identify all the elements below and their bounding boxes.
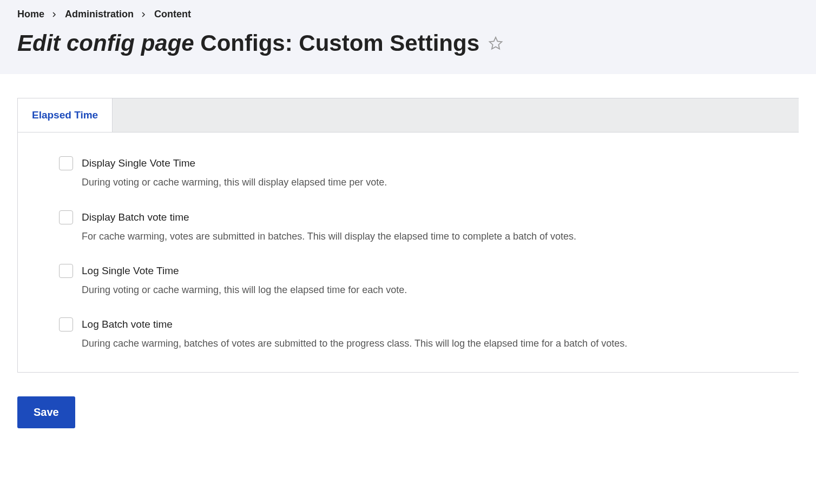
checkbox-label[interactable]: Display Batch vote time [82,211,189,223]
form-item-log-single-vote-time: Log Single Vote Time During voting or ca… [59,264,758,297]
field-description: During voting or cache warming, this wil… [82,176,758,189]
checkbox-label[interactable]: Log Batch vote time [82,319,173,330]
breadcrumb-link-content[interactable]: Content [154,9,191,20]
tab-content: Display Single Vote Time During voting o… [18,132,799,372]
tabs-header: Elapsed Time [18,98,799,132]
save-button[interactable]: Save [17,396,75,428]
checkbox-log-batch-vote-time[interactable] [59,317,73,331]
checkbox-label[interactable]: Display Single Vote Time [82,157,195,169]
checkbox-log-single-vote-time[interactable] [59,264,73,278]
tabs-wrapper: Elapsed Time Display Single Vote Time Du… [17,98,799,373]
star-icon[interactable] [488,30,503,57]
page-title-prefix: Edit config page [17,30,194,56]
checkbox-display-batch-vote-time[interactable] [59,210,73,224]
page-title: Edit config page Configs: Custom Setting… [17,30,799,57]
form-item-log-batch-vote-time: Log Batch vote time During cache warming… [59,317,758,350]
chevron-right-icon [52,10,57,19]
form-actions: Save [17,396,799,428]
breadcrumb-link-administration[interactable]: Administration [65,9,134,20]
content-region: Elapsed Time Display Single Vote Time Du… [0,74,816,450]
chevron-right-icon [141,10,147,19]
field-description: For cache warming, votes are submitted i… [82,230,758,243]
field-description: During cache warming, batches of votes a… [82,337,758,350]
field-description: During voting or cache warming, this wil… [82,283,758,297]
breadcrumb: Home Administration Content [17,9,799,20]
checkbox-display-single-vote-time[interactable] [59,156,73,170]
form-item-display-single-vote-time: Display Single Vote Time During voting o… [59,156,758,189]
header-region: Home Administration Content Edit config … [0,0,816,74]
checkbox-label[interactable]: Log Single Vote Time [82,265,179,277]
breadcrumb-link-home[interactable]: Home [17,9,44,20]
page-title-main: Configs: Custom Settings [200,30,479,56]
tab-elapsed-time[interactable]: Elapsed Time [18,98,113,132]
form-item-display-batch-vote-time: Display Batch vote time For cache warmin… [59,210,758,243]
